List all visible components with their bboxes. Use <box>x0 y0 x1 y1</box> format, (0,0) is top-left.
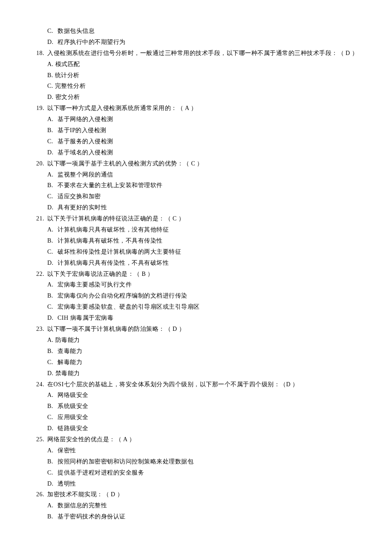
option-label: B. <box>47 180 58 191</box>
option-text: 宏病毒主要感染可执行文件 <box>58 279 132 290</box>
option-label: C. <box>47 191 58 202</box>
question-number: 20. <box>36 158 47 169</box>
option-line: A. 网络级安全 <box>36 390 356 401</box>
option-line: C. 宏病毒主要感染软盘、硬盘的引导扇区或主引导扇区 <box>36 301 356 313</box>
option-label: D. <box>47 37 58 48</box>
option-line: B. 统计分析 <box>36 70 356 81</box>
question-stem: 以下哪一项属于基于主机的入侵检测方式的优势：（ C ） <box>47 158 203 169</box>
question-stem: 以下关于宏病毒说法正确的是：（ B ） <box>47 269 154 280</box>
question-stem: 以下哪一项不属于计算机病毒的防治策略：（ D ） <box>47 324 185 335</box>
question-stem: 入侵检测系统在进行信号分析时，一般通过三种常用的技术手段，以下哪一种不属于通常的… <box>47 48 358 59</box>
option-line: D. 计算机病毒只具有传染性，不具有破坏性 <box>36 258 356 269</box>
option-label: A. <box>47 500 58 511</box>
option-label: C. <box>47 246 58 258</box>
option-text: 系统级安全 <box>58 401 89 412</box>
option-label: B. <box>47 290 58 301</box>
option-text: 解毒能力 <box>58 357 82 368</box>
option-text: 计算机病毒具有破坏性，不具有传染性 <box>58 235 163 246</box>
orphan-option: D. 程序执行中的不期望行为 <box>36 37 356 48</box>
option-label: C. <box>47 467 58 478</box>
option-label: D. <box>47 202 58 213</box>
option-text: 基于网络的入侵检测 <box>58 114 113 125</box>
option-line: B. 系统级安全 <box>36 401 356 412</box>
option-text: 监视整个网段的通信 <box>58 169 113 180</box>
option-line: B. 计算机病毒具有破坏性，不具有传染性 <box>36 235 356 246</box>
option-line: D. 禁毒能力 <box>36 368 356 379</box>
option-text: 提供基于进程对进程的安全服务 <box>58 467 144 478</box>
option-text: 破坏性和传染性是计算机病毒的两大主要特征 <box>58 246 181 258</box>
option-line: A. 保密性 <box>36 445 356 456</box>
option-text: 具有更好的实时性 <box>58 202 107 213</box>
orphan-option: C. 数据包头信息 <box>36 26 356 37</box>
question-number: 19. <box>36 103 47 114</box>
option-line: C. 基于服务的入侵检测 <box>36 136 356 147</box>
question-number: 23. <box>36 324 47 335</box>
option-text: 网络级安全 <box>58 390 89 401</box>
option-label: D. <box>47 147 58 158</box>
option-label: C. <box>47 301 58 313</box>
question-stem: 以下关于计算机病毒的特征说法正确的是：（ C ） <box>47 213 184 224</box>
option-label: B. <box>47 511 58 522</box>
option-text: 不要求在大量的主机上安装和管理软件 <box>58 180 163 191</box>
question-number: 18. <box>36 48 47 59</box>
option-line: D. 基于域名的入侵检测 <box>36 147 356 158</box>
option-label: D. <box>47 313 58 324</box>
question-stem: 加密技术不能实现：（ D ） <box>47 489 123 500</box>
option-text: 基于域名的入侵检测 <box>58 147 113 158</box>
option-label: A. <box>47 114 58 125</box>
option-text: 基于IP的入侵检测 <box>58 125 107 136</box>
option-line: C. 解毒能力 <box>36 357 356 368</box>
option-line: C. 适应交换和加密 <box>36 191 356 202</box>
option-text: 计算机病毒只具有破坏性，没有其他特征 <box>58 224 169 235</box>
option-text: 宏病毒主要感染软盘、硬盘的引导扇区或主引导扇区 <box>58 301 200 313</box>
option-line: C. 破坏性和传染性是计算机病毒的两大主要特征 <box>36 246 356 258</box>
option-line: B. 不要求在大量的主机上安装和管理软件 <box>36 180 356 191</box>
option-text: CIH 病毒属于宏病毒 <box>58 313 113 324</box>
document-content: C. 数据包头信息D. 程序执行中的不期望行为18. 入侵检测系统在进行信号分析… <box>36 26 356 522</box>
option-line: B. 宏病毒仅向办公自动化程序编制的文档进行传染 <box>36 290 356 301</box>
question-line: 23. 以下哪一项不属于计算机病毒的防治策略：（ D ） <box>36 324 356 335</box>
option-line: B. 基于密码技术的身份认证 <box>36 511 356 522</box>
option-text: 数据信息的完整性 <box>58 500 107 511</box>
option-text: 按照同样的加密密钥和访问控制策略来处理数据包 <box>58 456 193 467</box>
option-line: B. 查毒能力 <box>36 346 356 357</box>
option-label: D. <box>47 423 58 434</box>
question-number: 21. <box>36 213 47 224</box>
question-line: 25. 网络层安全性的优点是：（ A ） <box>36 434 356 445</box>
option-text: D. 密文分析 <box>47 92 80 103</box>
option-line: D. 透明性 <box>36 478 356 489</box>
question-line: 24. 在OSI七个层次的基础上，将安全体系划分为四个级别，以下那一个不属于四个… <box>36 379 356 390</box>
option-text: 查毒能力 <box>58 346 82 357</box>
question-line: 20. 以下哪一项属于基于主机的入侵检测方式的优势：（ C ） <box>36 158 356 169</box>
option-label: B. <box>47 346 58 357</box>
question-number: 22. <box>36 269 47 280</box>
question-line: 21. 以下关于计算机病毒的特征说法正确的是：（ C ） <box>36 213 356 224</box>
option-line: A. 宏病毒主要感染可执行文件 <box>36 279 356 290</box>
option-text: D. 禁毒能力 <box>47 368 80 379</box>
option-label: A. <box>47 279 58 290</box>
option-text: 数据包头信息 <box>58 26 95 37</box>
option-label: C. <box>47 136 58 147</box>
option-text: B. 统计分析 <box>47 70 80 81</box>
option-label: B. <box>47 235 58 246</box>
option-line: A. 防毒能力 <box>36 335 356 346</box>
option-line: C. 提供基于进程对进程的安全服务 <box>36 467 356 478</box>
option-text: 透明性 <box>58 478 76 489</box>
option-label: D. <box>47 478 58 489</box>
option-label: A. <box>47 445 58 456</box>
question-number: 24. <box>36 379 47 390</box>
option-text: C. 完整性分析 <box>47 81 86 92</box>
option-line: C. 完整性分析 <box>36 81 356 92</box>
option-text: 适应交换和加密 <box>58 191 101 202</box>
option-line: B. 按照同样的加密密钥和访问控制策略来处理数据包 <box>36 456 356 467</box>
question-stem: 以下哪一种方式是入侵检测系统所通常采用的：（ A ） <box>47 103 197 114</box>
option-label: A. <box>47 390 58 401</box>
question-number: 25. <box>36 434 47 445</box>
option-text: 保密性 <box>58 445 76 456</box>
option-text: 应用级安全 <box>58 412 89 423</box>
option-line: A. 监视整个网段的通信 <box>36 169 356 180</box>
option-text: 基于服务的入侵检测 <box>58 136 113 147</box>
option-label: A. <box>47 169 58 180</box>
option-text: 宏病毒仅向办公自动化程序编制的文档进行传染 <box>58 290 187 301</box>
option-text: 计算机病毒只具有传染性，不具有破坏性 <box>58 258 169 269</box>
